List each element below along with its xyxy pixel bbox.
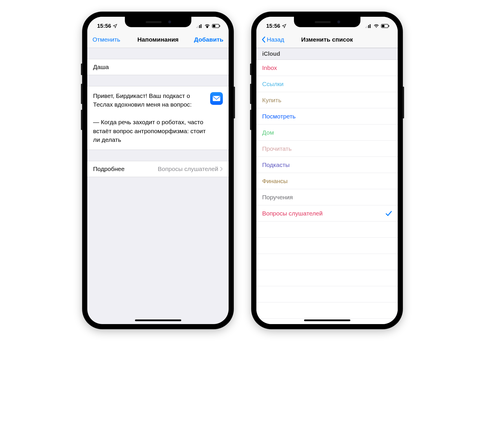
list-item[interactable]: Inbox xyxy=(256,60,398,76)
list-item[interactable]: Дом xyxy=(256,124,398,141)
home-indicator[interactable] xyxy=(304,319,350,321)
svg-rect-6 xyxy=(213,25,215,27)
phone-left: 15:56 Отменить Напоминания Добавить Даша… xyxy=(82,12,234,329)
list-item-label: Купить xyxy=(262,97,281,104)
back-button[interactable]: Назад xyxy=(262,36,284,43)
list-item-label: Дом xyxy=(262,129,274,136)
list-item[interactable]: Ссылки xyxy=(256,76,398,92)
notch xyxy=(294,17,360,27)
note-cell[interactable]: Привет, Бирдикаст! Ваш подкаст о Теслах … xyxy=(87,86,229,150)
list-item-label: Ссылки xyxy=(262,81,284,88)
svg-rect-12 xyxy=(370,24,371,28)
cancel-button[interactable]: Отменить xyxy=(92,36,120,43)
home-indicator[interactable] xyxy=(135,319,181,321)
svg-rect-11 xyxy=(368,25,369,28)
status-time: 15:56 xyxy=(97,23,111,29)
list-item[interactable]: Вопросы слушателей xyxy=(256,205,398,222)
list-item[interactable]: Финансы xyxy=(256,173,398,189)
note-text: Привет, Бирдикаст! Ваш подкаст о Теслах … xyxy=(93,92,206,144)
list-item[interactable]: Прочитать xyxy=(256,141,398,157)
nav-bar: Отменить Напоминания Добавить xyxy=(87,31,229,48)
nav-bar: Назад Изменить список xyxy=(256,31,398,48)
more-label: Подробнее xyxy=(93,166,125,172)
svg-point-4 xyxy=(207,27,208,27)
chevron-left-icon xyxy=(262,36,266,43)
svg-rect-9 xyxy=(365,27,366,28)
back-label: Назад xyxy=(267,36,284,43)
location-icon xyxy=(282,24,286,28)
phone-right: 15:56 Назад Изменить список iCloud Inbox… xyxy=(251,12,403,329)
empty-rows xyxy=(256,222,398,324)
section-header: iCloud xyxy=(256,48,398,60)
list-item-label: Подкасты xyxy=(262,161,290,168)
svg-rect-0 xyxy=(196,27,197,28)
list-item[interactable]: Поручения xyxy=(256,189,398,205)
svg-rect-16 xyxy=(388,25,389,27)
svg-rect-8 xyxy=(213,96,220,101)
list-item-label: Inbox xyxy=(262,64,277,71)
svg-point-13 xyxy=(376,27,377,27)
wifi-icon xyxy=(204,24,210,28)
list-item[interactable]: Посмотреть xyxy=(256,108,398,124)
more-value: Вопросы слушателей xyxy=(158,166,218,172)
list-items: InboxСсылкиКупитьПосмотретьДомПрочитатьП… xyxy=(256,60,398,222)
svg-rect-7 xyxy=(219,25,220,27)
nav-title: Изменить список xyxy=(301,36,353,43)
more-detail-cell[interactable]: Подробнее Вопросы слушателей xyxy=(87,161,229,177)
nav-title: Напоминания xyxy=(137,36,179,43)
wifi-icon xyxy=(373,24,379,28)
list-item-label: Вопросы слушателей xyxy=(262,210,323,217)
mail-app-icon[interactable] xyxy=(210,92,223,105)
svg-rect-3 xyxy=(201,24,201,28)
list-item-label: Поручения xyxy=(262,194,293,201)
svg-rect-15 xyxy=(382,25,384,27)
list-item[interactable]: Купить xyxy=(256,92,398,108)
list-item-label: Посмотреть xyxy=(262,113,296,120)
title-input-cell[interactable]: Даша xyxy=(87,59,229,75)
cellular-icon xyxy=(365,24,372,28)
checkmark-icon xyxy=(386,211,392,216)
chevron-right-icon xyxy=(220,167,223,171)
svg-rect-1 xyxy=(198,26,199,28)
list-item-label: Финансы xyxy=(262,178,288,185)
add-button[interactable]: Добавить xyxy=(194,36,223,43)
location-icon xyxy=(113,24,117,28)
title-input-value: Даша xyxy=(93,64,109,70)
list-item[interactable]: Подкасты xyxy=(256,157,398,173)
svg-rect-2 xyxy=(199,25,200,28)
cellular-icon xyxy=(196,24,203,28)
battery-icon xyxy=(212,24,221,28)
notch xyxy=(125,17,191,27)
battery-icon xyxy=(381,24,390,28)
list-item-label: Прочитать xyxy=(262,145,292,152)
status-time: 15:56 xyxy=(266,23,280,29)
svg-rect-10 xyxy=(367,26,368,28)
